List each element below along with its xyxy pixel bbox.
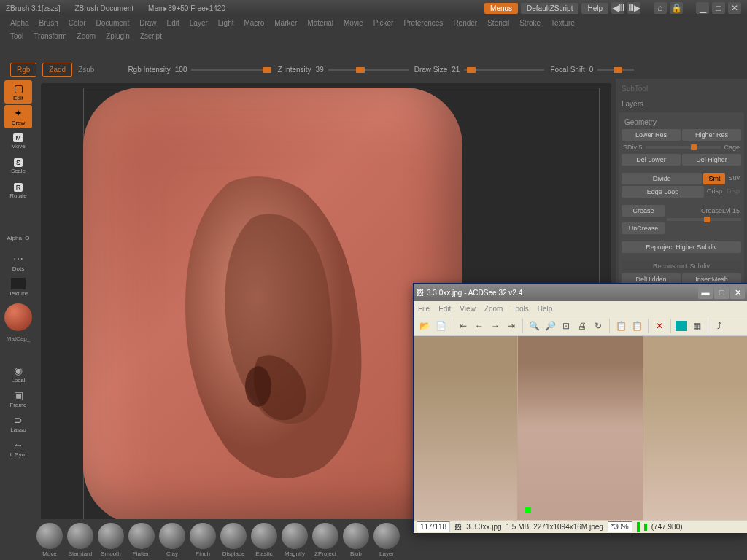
menu-texture[interactable]: Texture (546, 18, 579, 28)
maximize-icon[interactable]: □ (712, 2, 725, 14)
zoom-in-icon[interactable]: 🔎 (543, 319, 557, 332)
brush-layer[interactable]: Layer (374, 523, 400, 557)
suv-label[interactable]: Suv (727, 173, 741, 184)
edge-loop-button[interactable]: Edge Loop (622, 186, 704, 198)
frame-tool[interactable]: ▣Frame (4, 387, 32, 411)
brush-displace[interactable]: Displace (220, 523, 247, 557)
home-icon[interactable]: ⌂ (654, 2, 667, 14)
acdsee-menu-zoom[interactable]: Zoom (484, 305, 503, 313)
acdsee-titlebar[interactable]: 🖼 3.3.0xx.jpg - ACDSee 32 v2.4 ▬ □ ✕ (414, 284, 747, 301)
del-higher-button[interactable]: Del Higher (682, 154, 741, 166)
rgb-intensity-slider[interactable]: Rgb Intensity 100 (128, 66, 271, 74)
next-icon[interactable]: Ⅲ▶ (627, 2, 640, 14)
print-icon[interactable]: 🖨 (576, 319, 589, 332)
geometry-header[interactable]: Geometry (622, 115, 741, 129)
menu-movie[interactable]: Movie (339, 18, 368, 28)
lock-icon[interactable]: 🔒 (670, 2, 683, 14)
menu-layer[interactable]: Layer (185, 18, 212, 28)
menu-alpha[interactable]: Alpha (6, 18, 34, 28)
refresh-icon[interactable]: ↻ (592, 319, 605, 332)
delete-icon[interactable]: ✕ (653, 319, 666, 332)
acdsee-menu-edit[interactable]: Edit (438, 305, 451, 313)
uncrease-button[interactable]: UnCrease (622, 222, 665, 234)
brush-blob[interactable]: Blob (343, 523, 369, 557)
menu-preferences[interactable]: Preferences (399, 18, 447, 28)
del-lower-button[interactable]: Del Lower (622, 154, 681, 166)
prev-icon[interactable]: ◀Ⅲ (611, 2, 624, 14)
menu-brush[interactable]: Brush (35, 18, 63, 28)
brush-standard[interactable]: Standard (67, 523, 93, 557)
move-tool[interactable]: MMove (4, 130, 32, 153)
brush-pinch[interactable]: Pinch (190, 523, 216, 557)
sdiv-slider[interactable] (646, 146, 721, 149)
rotate-tool[interactable]: RRotate (4, 179, 32, 203)
browse-icon[interactable]: 📄 (434, 319, 447, 332)
reconstruct-button[interactable]: Reconstruct Subdiv (622, 260, 741, 272)
cage-label[interactable]: Cage (722, 142, 741, 152)
crisp-label[interactable]: Crisp (705, 186, 724, 198)
acdsee-menu-tools[interactable]: Tools (511, 305, 528, 313)
copy-icon[interactable]: 📋 (614, 319, 627, 332)
menu-zscript[interactable]: Zscript (136, 31, 166, 42)
zsub-label[interactable]: Zsub (78, 66, 94, 74)
exit-icon[interactable]: ⤴ (713, 319, 726, 332)
texture-tool[interactable]: Texture (4, 276, 32, 299)
help-button[interactable]: Help (581, 3, 608, 14)
draw-tool[interactable]: ✦Draw (4, 105, 32, 128)
crease-button[interactable]: Crease (622, 205, 665, 217)
acdsee-content[interactable] (414, 336, 747, 520)
zadd-toggle[interactable]: Zadd (42, 63, 72, 77)
menu-marker[interactable]: Marker (270, 18, 301, 28)
menus-button[interactable]: Menus (484, 3, 518, 14)
tool2-icon[interactable]: ▦ (690, 319, 703, 332)
crease-slider[interactable] (667, 218, 741, 221)
acdsee-menu-view[interactable]: View (460, 305, 476, 313)
brush-zproject[interactable]: ZProject (312, 523, 338, 557)
close-icon[interactable]: ✕ (728, 2, 741, 14)
alpha-tool[interactable]: Alpha_O (4, 226, 32, 249)
local-tool[interactable]: ◉Local (4, 362, 32, 386)
disp-label[interactable]: Disp (725, 186, 741, 198)
acdsee-maximize-icon[interactable]: □ (714, 286, 729, 299)
menu-render[interactable]: Render (449, 18, 481, 28)
back-icon[interactable]: ← (473, 319, 486, 332)
menu-zoom[interactable]: Zoom (73, 31, 101, 42)
brush-elastic[interactable]: Elastic (251, 523, 277, 557)
subtool-header[interactable]: SubTool (619, 82, 744, 96)
menu-stroke[interactable]: Stroke (515, 18, 545, 28)
lsym-tool[interactable]: ↔L.Sym (4, 437, 32, 460)
acdsee-close-icon[interactable]: ✕ (730, 286, 745, 299)
brush-magnify[interactable]: Magnify (282, 523, 308, 557)
edit-tool[interactable]: ▢Edit (4, 80, 32, 104)
layers-header[interactable]: Layers (619, 97, 744, 111)
acdsee-menu-help[interactable]: Help (538, 305, 553, 313)
menu-document[interactable]: Document (92, 18, 134, 28)
menu-color[interactable]: Color (64, 18, 90, 28)
menu-macro[interactable]: Macro (239, 18, 268, 28)
zoom-out-icon[interactable]: 🔍 (527, 319, 541, 332)
menu-zplugin[interactable]: Zplugin (101, 31, 134, 42)
menu-edit[interactable]: Edit (163, 18, 184, 28)
matcap-sphere[interactable] (4, 303, 32, 331)
focal-shift-slider[interactable]: Focal Shift 0 (550, 66, 634, 74)
menu-stencil[interactable]: Stencil (483, 18, 514, 28)
draw-size-slider[interactable]: Draw Size 21 (414, 66, 545, 74)
menu-tool[interactable]: Tool (6, 31, 28, 42)
reproject-button[interactable]: Reproject Higher Subdiv (622, 241, 741, 253)
zoom-fit-icon[interactable]: ⊡ (560, 319, 573, 332)
brush-move[interactable]: Move (36, 523, 63, 557)
brush-flatten[interactable]: Flatten (128, 523, 155, 557)
menu-material[interactable]: Material (303, 18, 338, 28)
rgb-toggle[interactable]: Rgb (10, 63, 36, 77)
menu-picker[interactable]: Picker (369, 18, 398, 28)
acdsee-menu-file[interactable]: File (418, 305, 430, 313)
dots-tool[interactable]: ⋯Dots (4, 251, 32, 274)
lower-res-button[interactable]: Lower Res (622, 129, 681, 141)
lasso-tool[interactable]: ⊃Lasso (4, 412, 32, 435)
menu-transform[interactable]: Transform (29, 31, 71, 42)
acdsee-minimize-icon[interactable]: ▬ (698, 286, 713, 299)
brush-clay[interactable]: Clay (159, 523, 185, 557)
smt-button[interactable]: Smt (703, 173, 725, 184)
open-icon[interactable]: 📂 (418, 319, 431, 332)
acdsee-window[interactable]: 🖼 3.3.0xx.jpg - ACDSee 32 v2.4 ▬ □ ✕ Fil… (413, 283, 747, 532)
